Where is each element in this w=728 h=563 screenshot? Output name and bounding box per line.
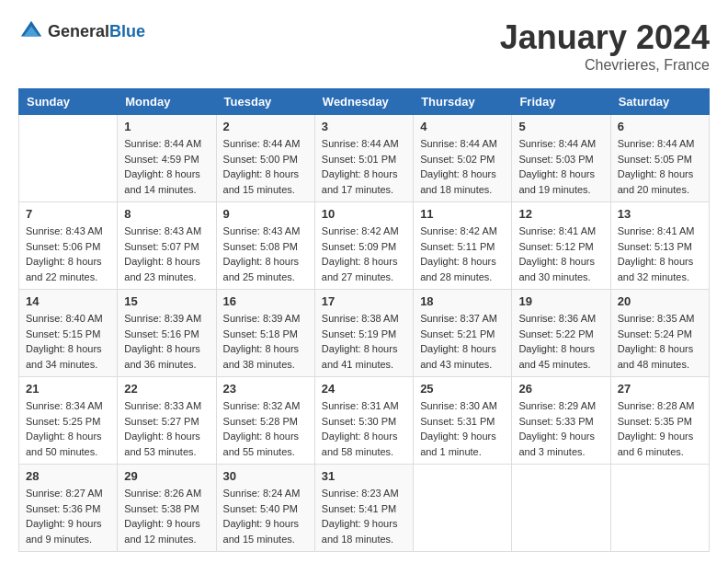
day-info: Sunrise: 8:26 AMSunset: 5:38 PMDaylight:… bbox=[124, 488, 201, 545]
day-number: 23 bbox=[223, 382, 308, 396]
day-info: Sunrise: 8:27 AMSunset: 5:36 PMDaylight:… bbox=[26, 488, 103, 545]
calendar-cell bbox=[610, 465, 709, 552]
day-info: Sunrise: 8:24 AMSunset: 5:40 PMDaylight:… bbox=[223, 488, 301, 545]
calendar-table: Sunday Monday Tuesday Wednesday Thursday… bbox=[18, 88, 710, 552]
day-number: 4 bbox=[420, 120, 505, 133]
day-number: 30 bbox=[223, 469, 308, 483]
col-thursday: Thursday bbox=[414, 89, 512, 115]
day-info: Sunrise: 8:33 AMSunset: 5:27 PMDaylight:… bbox=[124, 400, 201, 457]
day-number: 21 bbox=[26, 382, 110, 396]
col-wednesday: Wednesday bbox=[314, 89, 413, 115]
day-number: 13 bbox=[618, 207, 702, 221]
day-info: Sunrise: 8:44 AMSunset: 4:59 PMDaylight:… bbox=[124, 138, 201, 195]
day-info: Sunrise: 8:32 AMSunset: 5:28 PMDaylight:… bbox=[223, 400, 301, 457]
day-number: 18 bbox=[420, 294, 505, 308]
calendar-cell: 27 Sunrise: 8:28 AMSunset: 5:35 PMDaylig… bbox=[610, 377, 709, 465]
day-info: Sunrise: 8:44 AMSunset: 5:02 PMDaylight:… bbox=[420, 138, 497, 195]
calendar-cell: 13 Sunrise: 8:41 AMSunset: 5:13 PMDaylig… bbox=[610, 202, 709, 290]
calendar-cell: 26 Sunrise: 8:29 AMSunset: 5:33 PMDaylig… bbox=[512, 377, 610, 465]
day-number: 3 bbox=[322, 120, 406, 133]
location-title: Chevrieres, France bbox=[500, 57, 710, 74]
day-number: 9 bbox=[223, 207, 308, 221]
calendar-cell: 4 Sunrise: 8:44 AMSunset: 5:02 PMDayligh… bbox=[414, 115, 512, 202]
day-number: 1 bbox=[124, 120, 209, 133]
header-row: Sunday Monday Tuesday Wednesday Thursday… bbox=[19, 89, 710, 115]
day-number: 19 bbox=[518, 294, 603, 308]
calendar-cell: 31 Sunrise: 8:23 AMSunset: 5:41 PMDaylig… bbox=[314, 465, 413, 552]
logo-text: GeneralBlue bbox=[48, 22, 145, 41]
title-block: January 2024 Chevrieres, France bbox=[500, 18, 710, 74]
calendar-cell: 1 Sunrise: 8:44 AMSunset: 4:59 PMDayligh… bbox=[118, 115, 216, 202]
calendar-cell: 10 Sunrise: 8:42 AMSunset: 5:09 PMDaylig… bbox=[314, 202, 413, 290]
calendar-cell: 20 Sunrise: 8:35 AMSunset: 5:24 PMDaylig… bbox=[610, 290, 709, 377]
day-number: 12 bbox=[518, 207, 603, 221]
calendar-row: 7 Sunrise: 8:43 AMSunset: 5:06 PMDayligh… bbox=[19, 202, 710, 290]
calendar-cell: 7 Sunrise: 8:43 AMSunset: 5:06 PMDayligh… bbox=[19, 202, 118, 290]
day-info: Sunrise: 8:39 AMSunset: 5:18 PMDaylight:… bbox=[223, 313, 301, 370]
calendar-cell: 2 Sunrise: 8:44 AMSunset: 5:00 PMDayligh… bbox=[216, 115, 314, 202]
calendar-cell: 9 Sunrise: 8:43 AMSunset: 5:08 PMDayligh… bbox=[216, 202, 314, 290]
calendar-cell bbox=[512, 465, 610, 552]
day-info: Sunrise: 8:35 AMSunset: 5:24 PMDaylight:… bbox=[618, 313, 695, 370]
calendar-cell: 8 Sunrise: 8:43 AMSunset: 5:07 PMDayligh… bbox=[118, 202, 216, 290]
day-number: 8 bbox=[124, 207, 209, 221]
day-info: Sunrise: 8:41 AMSunset: 5:13 PMDaylight:… bbox=[618, 225, 695, 282]
day-number: 20 bbox=[618, 294, 702, 308]
day-number: 27 bbox=[618, 382, 702, 396]
day-info: Sunrise: 8:43 AMSunset: 5:07 PMDaylight:… bbox=[124, 225, 201, 282]
day-number: 29 bbox=[124, 469, 209, 483]
calendar-row: 28 Sunrise: 8:27 AMSunset: 5:36 PMDaylig… bbox=[19, 465, 710, 552]
calendar-header: Sunday Monday Tuesday Wednesday Thursday… bbox=[19, 89, 710, 115]
calendar-row: 21 Sunrise: 8:34 AMSunset: 5:25 PMDaylig… bbox=[19, 377, 710, 465]
calendar-cell: 6 Sunrise: 8:44 AMSunset: 5:05 PMDayligh… bbox=[610, 115, 709, 202]
day-info: Sunrise: 8:44 AMSunset: 5:01 PMDaylight:… bbox=[322, 138, 399, 195]
day-info: Sunrise: 8:41 AMSunset: 5:12 PMDaylight:… bbox=[518, 225, 596, 282]
day-info: Sunrise: 8:31 AMSunset: 5:30 PMDaylight:… bbox=[322, 400, 399, 457]
day-number: 28 bbox=[26, 469, 110, 483]
logo: GeneralBlue bbox=[18, 18, 145, 44]
day-info: Sunrise: 8:38 AMSunset: 5:19 PMDaylight:… bbox=[322, 313, 399, 370]
month-title: January 2024 bbox=[500, 18, 710, 57]
col-monday: Monday bbox=[118, 89, 216, 115]
calendar-cell: 11 Sunrise: 8:42 AMSunset: 5:11 PMDaylig… bbox=[414, 202, 512, 290]
calendar-cell: 14 Sunrise: 8:40 AMSunset: 5:15 PMDaylig… bbox=[19, 290, 118, 377]
day-info: Sunrise: 8:37 AMSunset: 5:21 PMDaylight:… bbox=[420, 313, 497, 370]
calendar-cell: 23 Sunrise: 8:32 AMSunset: 5:28 PMDaylig… bbox=[216, 377, 314, 465]
calendar-cell: 19 Sunrise: 8:36 AMSunset: 5:22 PMDaylig… bbox=[512, 290, 610, 377]
calendar-row: 1 Sunrise: 8:44 AMSunset: 4:59 PMDayligh… bbox=[19, 115, 710, 202]
calendar-cell: 25 Sunrise: 8:30 AMSunset: 5:31 PMDaylig… bbox=[414, 377, 512, 465]
day-number: 11 bbox=[420, 207, 505, 221]
calendar-cell: 28 Sunrise: 8:27 AMSunset: 5:36 PMDaylig… bbox=[19, 465, 118, 552]
day-info: Sunrise: 8:43 AMSunset: 5:06 PMDaylight:… bbox=[26, 225, 103, 282]
day-info: Sunrise: 8:42 AMSunset: 5:09 PMDaylight:… bbox=[322, 225, 399, 282]
day-number: 26 bbox=[518, 382, 603, 396]
day-info: Sunrise: 8:44 AMSunset: 5:03 PMDaylight:… bbox=[518, 138, 596, 195]
col-friday: Friday bbox=[512, 89, 610, 115]
day-number: 25 bbox=[420, 382, 505, 396]
day-info: Sunrise: 8:43 AMSunset: 5:08 PMDaylight:… bbox=[223, 225, 301, 282]
calendar-cell: 12 Sunrise: 8:41 AMSunset: 5:12 PMDaylig… bbox=[512, 202, 610, 290]
day-number: 31 bbox=[322, 469, 406, 483]
calendar-cell: 18 Sunrise: 8:37 AMSunset: 5:21 PMDaylig… bbox=[414, 290, 512, 377]
day-info: Sunrise: 8:44 AMSunset: 5:05 PMDaylight:… bbox=[618, 138, 695, 195]
calendar-cell: 15 Sunrise: 8:39 AMSunset: 5:16 PMDaylig… bbox=[118, 290, 216, 377]
calendar-cell: 30 Sunrise: 8:24 AMSunset: 5:40 PMDaylig… bbox=[216, 465, 314, 552]
day-info: Sunrise: 8:40 AMSunset: 5:15 PMDaylight:… bbox=[26, 313, 103, 370]
calendar-cell: 24 Sunrise: 8:31 AMSunset: 5:30 PMDaylig… bbox=[314, 377, 413, 465]
day-info: Sunrise: 8:23 AMSunset: 5:41 PMDaylight:… bbox=[322, 488, 399, 545]
day-number: 17 bbox=[322, 294, 406, 308]
day-number: 2 bbox=[223, 120, 308, 133]
day-info: Sunrise: 8:42 AMSunset: 5:11 PMDaylight:… bbox=[420, 225, 497, 282]
day-number: 5 bbox=[518, 120, 603, 133]
calendar-cell: 29 Sunrise: 8:26 AMSunset: 5:38 PMDaylig… bbox=[118, 465, 216, 552]
col-saturday: Saturday bbox=[610, 89, 709, 115]
day-number: 22 bbox=[124, 382, 209, 396]
calendar-cell bbox=[19, 115, 118, 202]
day-number: 24 bbox=[322, 382, 406, 396]
day-info: Sunrise: 8:34 AMSunset: 5:25 PMDaylight:… bbox=[26, 400, 103, 457]
calendar-cell bbox=[414, 465, 512, 552]
logo-icon bbox=[18, 18, 44, 44]
day-number: 14 bbox=[26, 294, 110, 308]
calendar-cell: 22 Sunrise: 8:33 AMSunset: 5:27 PMDaylig… bbox=[118, 377, 216, 465]
day-info: Sunrise: 8:29 AMSunset: 5:33 PMDaylight:… bbox=[518, 400, 596, 457]
